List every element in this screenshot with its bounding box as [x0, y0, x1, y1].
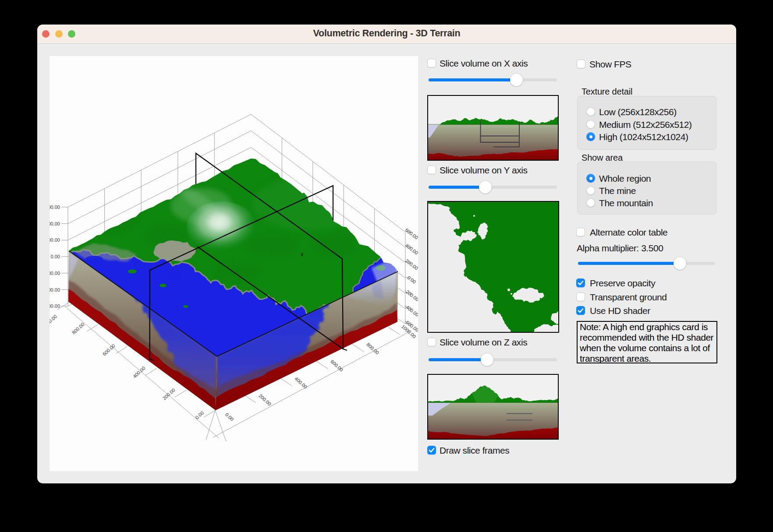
svg-text:0.00: 0.00	[194, 410, 205, 420]
svg-text:200.00: 200.00	[404, 258, 418, 271]
svg-text:400.00: 400.00	[132, 365, 146, 379]
svg-text:0.00: 0.00	[51, 254, 60, 259]
svg-text:600.00: 600.00	[404, 227, 418, 240]
svg-text:600.00: 600.00	[50, 204, 60, 210]
svg-text:400.00: 400.00	[50, 221, 60, 226]
svg-text:200.00: 200.00	[258, 393, 272, 406]
svg-text:-400.00: -400.00	[50, 287, 60, 292]
svg-text:800.00: 800.00	[71, 321, 85, 335]
svg-text:200.00: 200.00	[50, 237, 60, 243]
svg-text:600.00: 600.00	[102, 343, 116, 356]
svg-text:400.00: 400.00	[294, 376, 308, 389]
svg-text:0.00: 0.00	[406, 275, 417, 285]
svg-text:200.00: 200.00	[162, 387, 176, 401]
svg-text:1000.00: 1000.00	[50, 314, 58, 329]
svg-text:400.00: 400.00	[404, 243, 418, 256]
svg-text:-400.00: -400.00	[404, 303, 418, 317]
svg-text:-600.00: -600.00	[50, 303, 60, 309]
svg-text:-200.00: -200.00	[50, 271, 60, 276]
svg-text:600.00: 600.00	[330, 359, 344, 372]
svg-text:0.00: 0.00	[224, 412, 235, 422]
svg-text:-200.00: -200.00	[404, 288, 418, 302]
